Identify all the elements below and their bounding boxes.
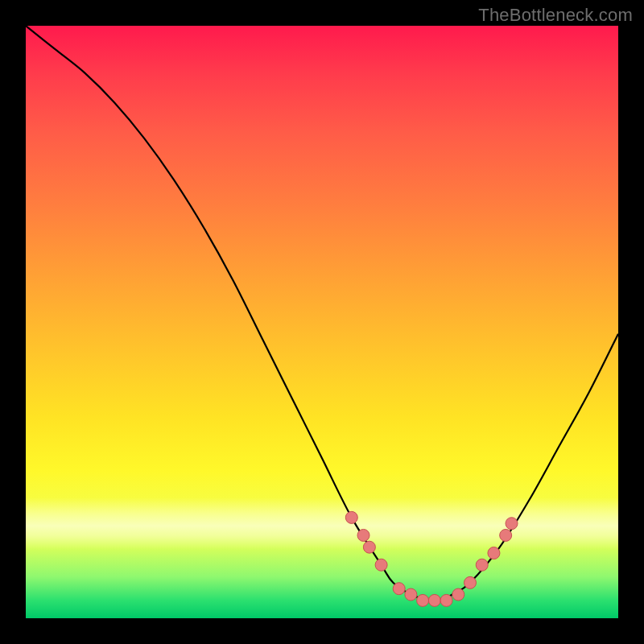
curve-dot: [393, 583, 405, 595]
curve-dot: [506, 518, 518, 530]
curve-dot: [345, 511, 357, 523]
curve-dots: [345, 511, 518, 606]
curve-dot: [357, 529, 369, 541]
chart-stage: TheBottleneck.com: [0, 0, 644, 644]
glow-band: [26, 497, 618, 549]
curve-dot: [500, 529, 512, 541]
curve-dot: [375, 559, 387, 571]
watermark-text: TheBottleneck.com: [478, 5, 633, 26]
curve-dot: [405, 588, 417, 601]
bottleneck-curve: [26, 26, 618, 618]
curve-line: [26, 26, 618, 601]
curve-dot: [417, 594, 429, 606]
curve-dot: [476, 559, 488, 571]
curve-dot: [440, 594, 452, 606]
curve-dot: [363, 541, 375, 553]
curve-dot: [452, 588, 464, 601]
plot-area: [26, 26, 618, 618]
curve-dot: [464, 576, 477, 588]
curve-dot: [488, 547, 500, 559]
curve-dot: [428, 594, 440, 606]
